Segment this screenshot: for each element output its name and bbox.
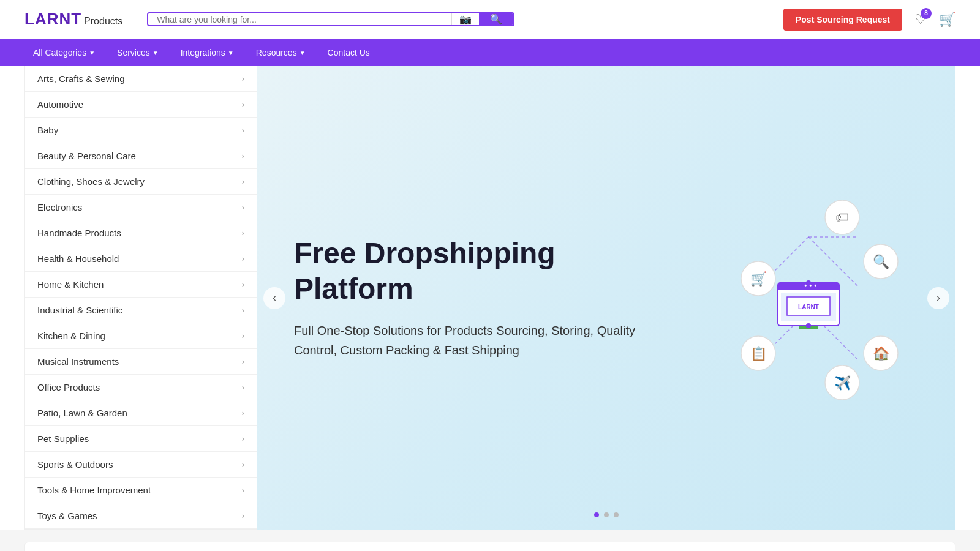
chevron-right-icon: › <box>242 203 244 212</box>
svg-text:🔍: 🔍 <box>873 253 890 270</box>
nav-label: All Categories <box>33 48 86 58</box>
post-sourcing-button[interactable]: Post Sourcing Request <box>783 9 902 31</box>
nav-resources[interactable]: Resources ▼ <box>247 39 314 66</box>
camera-icon: 📷 <box>459 14 472 24</box>
sidebar-item-label: Toys & Games <box>37 511 97 521</box>
sidebar-item-electronics[interactable]: Electronics › <box>25 195 257 220</box>
svg-text:🏠: 🏠 <box>873 345 890 362</box>
search-icon: 🔍 <box>490 14 502 24</box>
hero-banner: ‹ Free Dropshipping Platform Full One-St… <box>257 66 956 530</box>
sidebar-item-toys[interactable]: Toys & Games › <box>25 503 257 529</box>
sidebar-item-label: Baby <box>37 125 58 135</box>
chevron-right-icon: › <box>242 383 244 392</box>
sidebar-item-beauty[interactable]: Beauty & Personal Care › <box>25 143 257 169</box>
sidebar-item-label: Arts, Crafts & Sewing <box>37 73 125 84</box>
sidebar-item-clothing[interactable]: Clothing, Shoes & Jewelry › <box>25 169 257 195</box>
svg-text:✈️: ✈️ <box>834 375 851 391</box>
svg-line-2 <box>809 237 858 286</box>
chevron-right-icon: › <box>242 100 244 109</box>
chevron-right-icon: › <box>242 151 244 160</box>
logo[interactable]: LARNT Products <box>24 10 123 29</box>
sidebar-item-label: Sports & Outdoors <box>37 459 113 470</box>
sidebar-item-label: Kitchen & Dining <box>37 331 105 341</box>
sidebar-item-label: Home & Kitchen <box>37 279 104 290</box>
sidebar-item-tools[interactable]: Tools & Home Improvement › <box>25 478 257 503</box>
nav-all-categories[interactable]: All Categories ▼ <box>24 39 104 66</box>
category-sidebar: Arts, Crafts & Sewing › Automotive › Bab… <box>24 66 257 530</box>
search-bar: 📷 🔍 <box>147 12 514 26</box>
sidebar-item-industrial[interactable]: Industrial & Scientific › <box>25 298 257 323</box>
svg-text:🛒: 🛒 <box>750 271 767 287</box>
search-submit-button[interactable]: 🔍 <box>479 13 513 25</box>
hero-dot-1[interactable] <box>594 512 599 517</box>
sidebar-item-musical[interactable]: Musical Instruments › <box>25 349 257 375</box>
sidebar-item-label: Health & Household <box>37 253 119 264</box>
chevron-right-icon: › <box>242 408 244 418</box>
sidebar-item-label: Beauty & Personal Care <box>37 151 136 161</box>
nav-label: Resources <box>256 48 297 58</box>
hero-prev-button[interactable]: ‹ <box>263 287 285 309</box>
hero-next-button[interactable]: › <box>927 287 949 309</box>
chevron-down-icon: ▼ <box>228 50 234 56</box>
sidebar-item-pet[interactable]: Pet Supplies › <box>25 426 257 452</box>
sidebar-item-baby[interactable]: Baby › <box>25 118 257 143</box>
sidebar-item-label: Tools & Home Improvement <box>37 485 151 495</box>
cart-button[interactable]: 🛒 <box>939 12 956 28</box>
sidebar-item-handmade[interactable]: Handmade Products › <box>25 220 257 246</box>
sidebar-item-label: Pet Supplies <box>37 433 89 444</box>
logo-products: Products <box>84 16 123 27</box>
camera-search-button[interactable]: 📷 <box>451 13 479 25</box>
sidebar-item-label: Clothing, Shoes & Jewelry <box>37 176 145 187</box>
sidebar-item-label: Electronics <box>37 202 82 212</box>
chevron-right-icon: › <box>242 177 244 186</box>
svg-point-26 <box>806 280 811 285</box>
hero-svg: LARNT ● ● ● 🏷 🔍 🛒 📋 🏠 <box>710 188 907 408</box>
chevron-right-icon: › <box>242 485 244 495</box>
hero-subtitle: Full One-Stop Solutions for Products Sou… <box>294 321 662 360</box>
nav-label: Contact Us <box>328 48 370 58</box>
hero-illustration: LARNT ● ● ● 🏷 🔍 🛒 📋 🏠 <box>710 188 907 408</box>
logo-larnt: LARNT <box>24 10 81 29</box>
search-input[interactable] <box>148 13 451 25</box>
sidebar-item-label: Industrial & Scientific <box>37 305 123 315</box>
nav-label: Integrations <box>181 48 225 58</box>
sidebar-item-home-kitchen[interactable]: Home & Kitchen › <box>25 272 257 298</box>
sidebar-item-arts[interactable]: Arts, Crafts & Sewing › <box>25 66 257 92</box>
chevron-right-icon: › <box>242 254 244 263</box>
chevron-down-icon: ▼ <box>300 50 306 56</box>
chevron-right-icon: › <box>242 74 244 83</box>
chevron-right-icon: › <box>242 434 244 443</box>
sidebar-item-label: Automotive <box>37 99 83 110</box>
header: LARNT Products 📷 🔍 Post Sourcing Request… <box>0 0 980 39</box>
sidebar-item-health[interactable]: Health & Household › <box>25 246 257 272</box>
features-bar: Quality Guarantee Quality products with … <box>24 542 956 551</box>
chevron-right-icon: › <box>242 357 244 366</box>
sidebar-item-sports[interactable]: Sports & Outdoors › <box>25 452 257 478</box>
chevron-right-icon: › <box>242 331 244 340</box>
main-nav: All Categories ▼ Services ▼ Integrations… <box>0 39 980 66</box>
svg-text:LARNT: LARNT <box>798 304 819 310</box>
svg-point-27 <box>806 323 811 328</box>
sidebar-item-automotive[interactable]: Automotive › <box>25 92 257 118</box>
nav-integrations[interactable]: Integrations ▼ <box>172 39 243 66</box>
hero-text: Free Dropshipping Platform Full One-Stop… <box>294 236 662 360</box>
hero-title: Free Dropshipping Platform <box>294 236 662 306</box>
chevron-right-icon: › <box>242 460 244 469</box>
chevron-right-icon: › <box>242 305 244 315</box>
svg-text:●: ● <box>814 283 816 287</box>
sidebar-item-office[interactable]: Office Products › <box>25 375 257 400</box>
svg-text:📋: 📋 <box>750 345 767 362</box>
sidebar-item-label: Handmade Products <box>37 228 121 238</box>
sidebar-item-kitchen[interactable]: Kitchen & Dining › <box>25 323 257 349</box>
chevron-down-icon: ▼ <box>153 50 159 56</box>
wishlist-badge: 8 <box>921 8 932 19</box>
nav-services[interactable]: Services ▼ <box>108 39 167 66</box>
hero-dot-3[interactable] <box>614 512 619 517</box>
sidebar-item-label: Musical Instruments <box>37 356 119 367</box>
nav-contact-us[interactable]: Contact Us <box>319 39 379 66</box>
nav-label: Services <box>117 48 150 58</box>
wishlist-button[interactable]: ♡ 8 <box>914 12 927 28</box>
sidebar-item-patio[interactable]: Patio, Lawn & Garden › <box>25 400 257 426</box>
chevron-down-icon: ▼ <box>89 50 95 56</box>
hero-dot-2[interactable] <box>604 512 609 517</box>
